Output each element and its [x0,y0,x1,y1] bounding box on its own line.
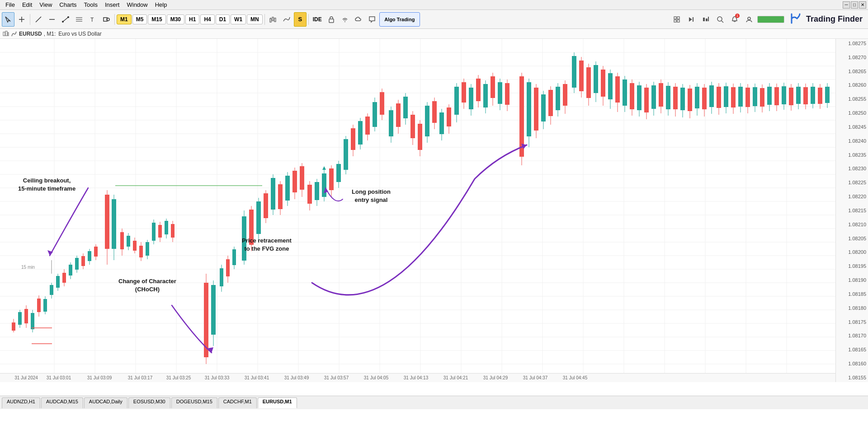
price-label-2: 1.08270 [838,55,866,60]
svg-rect-198 [447,107,451,126]
tab-audnzd-h1[interactable]: AUDNZD,H1 [2,397,40,408]
profile-btn[interactable] [743,12,755,27]
menu-file[interactable]: File [2,0,19,9]
svg-rect-208 [483,84,488,107]
svg-rect-113 [120,232,124,249]
svg-rect-139 [232,249,236,265]
menu-charts[interactable]: Charts [56,0,80,9]
svg-rect-206 [476,79,481,101]
svg-rect-240 [608,73,613,99]
lock-btn[interactable] [325,12,338,27]
logo-area: 1 Trading Finder [670,12,866,27]
tf-h4[interactable]: H4 [200,14,214,24]
svg-rect-300 [825,87,830,103]
tab-audcad-m15[interactable]: AUDCAD,M15 [41,397,83,408]
svg-rect-18 [674,17,676,19]
hline-tool[interactable] [46,12,58,27]
trend-tool[interactable] [59,12,72,27]
price-label-7: 1.08245 [838,124,866,130]
cursor-tool[interactable] [2,12,14,27]
svg-text:T: T [90,17,94,23]
svg-rect-186 [403,97,408,118]
svg-rect-107 [94,247,98,257]
crosshair-tool[interactable] [15,12,28,27]
price-label-12: 1.08220 [838,194,866,199]
svg-rect-232 [579,61,584,91]
price-label-11: 1.08225 [838,180,866,185]
svg-rect-101 [75,258,79,270]
tab-audcad-daily[interactable]: AUDCAD,Daily [84,397,127,408]
grid-icon[interactable] [670,12,683,27]
tf-m1[interactable]: M1 [117,14,132,24]
svg-rect-268 [709,85,714,107]
tf-h1[interactable]: H1 [185,14,199,24]
candlestick-chart [0,39,835,382]
svg-rect-117 [133,241,137,251]
svg-rect-288 [782,86,786,104]
text-tool[interactable]: T [86,12,99,27]
signals-btn[interactable]: S [294,12,307,27]
forward-btn[interactable] [685,12,698,27]
shapes-tool[interactable] [100,12,113,27]
minimize-button[interactable]: ─ [843,1,850,9]
tf-m15[interactable]: M15 [148,14,165,24]
svg-point-6 [67,16,69,18]
svg-rect-88 [43,299,47,312]
chart-shift-btn[interactable] [699,12,712,27]
svg-rect-155 [292,171,297,192]
chart-type-btn[interactable] [267,12,279,27]
svg-rect-25 [706,19,708,21]
svg-rect-218 [527,82,531,136]
close-button[interactable]: ✕ [859,1,866,9]
notifications-btn[interactable]: 1 [728,12,741,27]
tf-mn[interactable]: MN [247,14,263,24]
svg-rect-256 [666,86,670,109]
tf-w1[interactable]: W1 [231,14,246,24]
svg-rect-121 [146,242,149,256]
svg-rect-294 [803,87,808,104]
cloud-btn[interactable] [352,12,365,27]
chat-btn[interactable] [366,12,378,27]
svg-point-27 [717,17,722,21]
svg-rect-163 [322,173,326,197]
svg-rect-260 [680,88,685,110]
price-label-24: 1.08160 [838,361,866,366]
time-label-2: 31 Jul 03:09 [87,375,112,380]
menu-insert[interactable]: Insert [101,0,123,9]
line-tool[interactable] [32,12,45,27]
svg-rect-278 [745,88,750,107]
maximize-button[interactable]: □ [851,1,858,9]
svg-rect-200 [454,87,459,115]
svg-rect-115 [127,236,130,247]
menu-tools[interactable]: Tools [80,0,101,9]
menu-view[interactable]: View [36,0,56,9]
svg-rect-274 [731,87,736,107]
svg-rect-97 [62,273,66,283]
menu-window[interactable]: Window [123,0,151,9]
menu-edit[interactable]: Edit [19,0,36,9]
tab-cadchf-m1[interactable]: CADCHF,M1 [218,397,257,408]
tf-m5[interactable]: M5 [132,14,147,24]
ide-btn[interactable]: IDE [311,12,324,27]
indicators-btn[interactable] [280,12,293,27]
svg-rect-176 [365,117,370,135]
price-label-3: 1.08265 [838,69,866,74]
tf-d1[interactable]: D1 [216,14,230,24]
fib-tool[interactable] [73,12,85,27]
algo-btn[interactable]: Algo Trading [379,12,420,27]
svg-rect-172 [351,128,355,150]
menu-help[interactable]: Help [151,0,171,9]
tab-dogeusd-m15[interactable]: DOGEUSD,M15 [171,397,217,408]
wifi-btn[interactable] [339,12,351,27]
svg-rect-95 [56,276,60,288]
svg-rect-252 [651,85,656,109]
svg-rect-86 [37,299,41,312]
tab-eosusd-m30[interactable]: EOSUSD,M30 [128,397,170,408]
svg-rect-174 [358,121,363,145]
svg-rect-242 [615,76,620,103]
tf-m30[interactable]: M30 [167,14,184,24]
svg-rect-298 [818,88,822,104]
svg-rect-230 [572,56,576,88]
tab-eurusd-m1[interactable]: EURUSD,M1 [258,397,297,408]
zoom-chart-btn[interactable] [714,12,726,27]
